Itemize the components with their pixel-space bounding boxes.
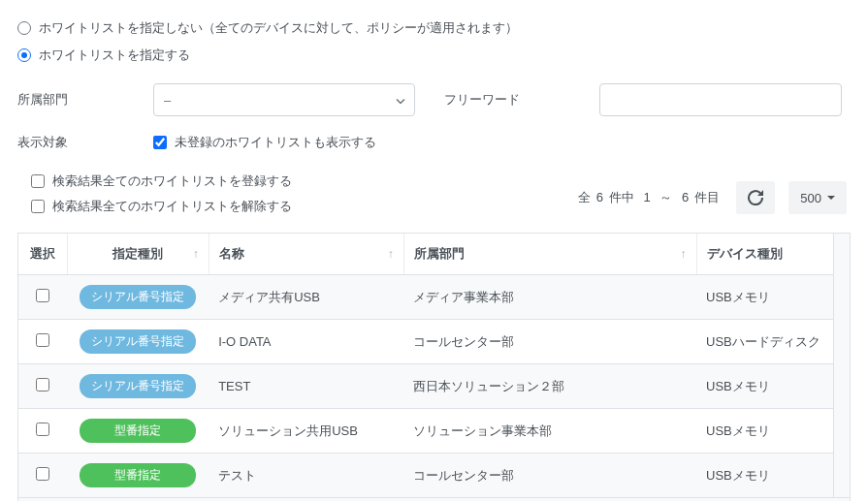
display-target-label: 表示対象 (17, 134, 153, 151)
col-header-dept[interactable]: 所属部門↑ (403, 234, 696, 275)
bulk-register-label: 検索結果全てのホワイトリストを登録する (52, 172, 292, 190)
department-select[interactable]: – (153, 83, 415, 116)
bulk-actions: 検索結果全てのホワイトリストを登録する 検索結果全てのホワイトリストを解除する (31, 172, 292, 223)
result-count-text: 全6件中 1 ～ 6件目 (575, 189, 723, 206)
show-unregistered-checkbox-wrap[interactable]: 未登録のホワイトリストも表示する (153, 134, 376, 151)
freeword-input[interactable] (599, 83, 842, 116)
col-header-name[interactable]: 名称↑ (209, 234, 403, 275)
type-badge: シリアル番号指定 (80, 374, 196, 398)
results-table: 選択 指定種別↑ 名称↑ 所属部門↑ デバイス種別 シリアル番号指定メディア共有… (18, 234, 851, 497)
show-unregistered-label: 未登録のホワイトリストも表示する (175, 134, 376, 151)
row-select-checkbox[interactable] (36, 333, 49, 347)
cell-device: USBメモリ (696, 275, 851, 320)
cell-name: メディア共有USB (209, 275, 403, 320)
cell-name: I-O DATA (209, 320, 403, 364)
cell-dept: メディア事業本部 (403, 275, 696, 320)
type-badge: シリアル番号指定 (80, 329, 196, 354)
radio-icon (17, 21, 31, 35)
results-area: 検索結果全てのホワイトリストを登録する 検索結果全てのホワイトリストを解除する … (17, 172, 851, 501)
freeword-label: フリーワード (444, 91, 599, 109)
col-header-device[interactable]: デバイス種別 (696, 234, 851, 275)
vertical-scrollbar[interactable] (833, 234, 850, 497)
bulk-register-checkbox[interactable] (31, 174, 45, 188)
cell-dept: コールセンター部 (403, 454, 696, 498)
bulk-remove-label: 検索結果全てのホワイトリストを解除する (52, 198, 292, 215)
department-select-wrap: – (153, 83, 415, 116)
type-badge: シリアル番号指定 (80, 285, 196, 309)
table-row: 型番指定テストコールセンター部USBメモリ (18, 454, 851, 498)
caret-down-icon (827, 196, 835, 200)
col-header-select[interactable]: 選択 (18, 234, 67, 275)
radio-no-whitelist[interactable]: ホワイトリストを指定しない（全てのデバイスに対して、ポリシーが適用されます） (17, 19, 851, 37)
table-row: シリアル番号指定TEST西日本ソリューション２部USBメモリ (18, 364, 851, 409)
results-table-wrap: 選択 指定種別↑ 名称↑ 所属部門↑ デバイス種別 シリアル番号指定メディア共有… (17, 233, 851, 501)
row-select-checkbox[interactable] (36, 378, 49, 391)
bulk-register-all[interactable]: 検索結果全てのホワイトリストを登録する (31, 172, 292, 190)
cell-name: TEST (209, 364, 403, 409)
cell-device: USBハードディスク (696, 320, 851, 364)
cell-name: テスト (209, 454, 403, 498)
refresh-icon (748, 190, 763, 205)
row-select-checkbox[interactable] (36, 289, 49, 302)
sort-arrow-icon: ↑ (681, 247, 687, 261)
cell-dept: ソリューション事業本部 (403, 409, 696, 454)
sort-arrow-icon: ↑ (388, 247, 394, 261)
row-select-checkbox[interactable] (36, 423, 49, 436)
filter-form: 所属部門 – フリーワード 表示対象 未登録のホワイトリストも表示する (17, 83, 851, 151)
cell-dept: 西日本ソリューション２部 (403, 364, 696, 409)
col-header-type[interactable]: 指定種別↑ (67, 234, 209, 275)
table-row: シリアル番号指定I-O DATAコールセンター部USBハードディスク (18, 320, 851, 364)
show-unregistered-checkbox[interactable] (153, 136, 167, 149)
whitelist-mode-radio-group: ホワイトリストを指定しない（全てのデバイスに対して、ポリシーが適用されます） ホ… (17, 19, 851, 64)
cell-dept: コールセンター部 (403, 320, 696, 364)
type-badge: 型番指定 (80, 419, 196, 443)
sort-arrow-icon: ↑ (193, 247, 199, 261)
horizontal-scrollbar[interactable] (18, 497, 850, 501)
refresh-button[interactable] (736, 181, 775, 214)
radio-specify-whitelist[interactable]: ホワイトリストを指定する (17, 47, 851, 64)
cell-device: USBメモリ (696, 364, 851, 409)
bulk-remove-checkbox[interactable] (31, 200, 45, 213)
pager-controls: 全6件中 1 ～ 6件目 500 (575, 181, 847, 214)
type-badge: 型番指定 (80, 463, 196, 487)
page-size-dropdown[interactable]: 500 (788, 181, 847, 214)
cell-device: USBメモリ (696, 454, 851, 498)
row-select-checkbox[interactable] (36, 467, 49, 481)
table-row: 型番指定ソリューション共用USBソリューション事業本部USBメモリ (18, 409, 851, 454)
department-label: 所属部門 (17, 91, 153, 109)
bulk-remove-all[interactable]: 検索結果全てのホワイトリストを解除する (31, 198, 292, 215)
radio-specify-whitelist-label: ホワイトリストを指定する (39, 47, 190, 64)
radio-icon (17, 48, 31, 62)
cell-name: ソリューション共用USB (209, 409, 403, 454)
radio-no-whitelist-label: ホワイトリストを指定しない（全てのデバイスに対して、ポリシーが適用されます） (39, 19, 518, 37)
table-row: シリアル番号指定メディア共有USBメディア事業本部USBメモリ (18, 275, 851, 320)
cell-device: USBメモリ (696, 409, 851, 454)
